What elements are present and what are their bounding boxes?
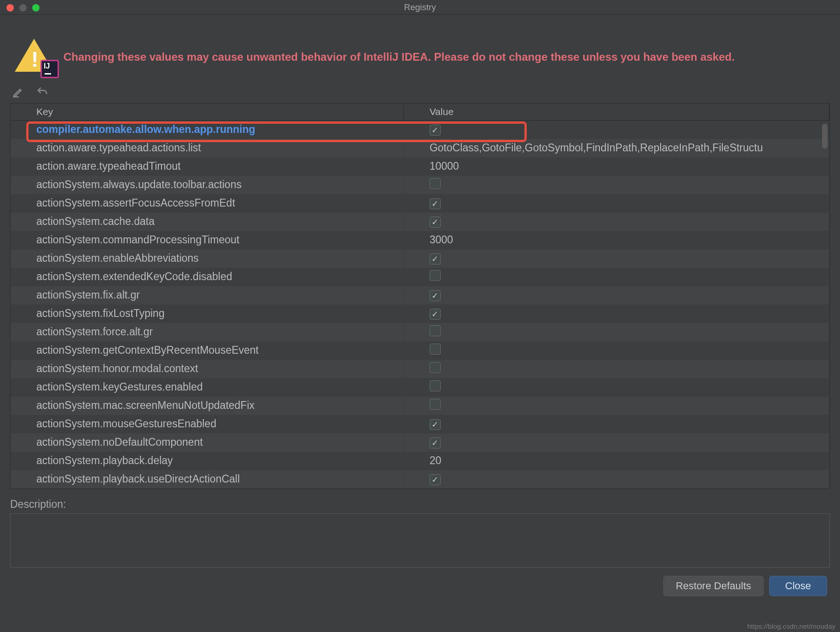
cell-value[interactable]	[403, 378, 829, 396]
table-row[interactable]: actionSystem.force.alt.gr	[11, 323, 829, 341]
table-row[interactable]: actionSystem.extendedKeyCode.disabled	[11, 268, 829, 286]
dialog-footer: Restore Defaults Close	[8, 568, 832, 598]
checkbox[interactable]	[430, 198, 441, 209]
cell-key: action.aware.typeahead.actions.list	[11, 139, 403, 157]
description-box[interactable]	[10, 513, 830, 568]
checkbox[interactable]	[430, 217, 441, 228]
minimize-window-icon[interactable]	[19, 4, 27, 11]
checkbox[interactable]	[430, 399, 441, 410]
restore-defaults-button[interactable]: Restore Defaults	[663, 576, 764, 596]
cell-key: action.aware.typeaheadTimout	[11, 157, 403, 176]
table-row[interactable]: actionSystem.commandProcessingTimeout300…	[11, 231, 829, 249]
cell-key: actionSystem.always.update.toolbar.actio…	[11, 176, 403, 194]
close-window-icon[interactable]	[6, 4, 14, 11]
checkbox[interactable]	[430, 474, 441, 485]
cell-value[interactable]	[403, 341, 829, 360]
table-row[interactable]: actionSystem.always.update.toolbar.actio…	[11, 176, 829, 194]
cell-value[interactable]	[403, 286, 829, 305]
cell-key: actionSystem.force.alt.gr	[11, 323, 403, 341]
window-title: Registry	[0, 2, 840, 12]
cell-value[interactable]	[403, 176, 829, 194]
cell-key: actionSystem.noDefaultComponent	[11, 433, 403, 452]
titlebar: Registry	[0, 0, 840, 15]
cell-key: actionSystem.assertFocusAccessFromEdt	[11, 194, 403, 213]
cell-value[interactable]: 3000	[403, 231, 829, 249]
cell-key: actionSystem.keyGestures.enabled	[11, 378, 403, 396]
cell-value[interactable]	[403, 194, 829, 213]
cell-key: actionSystem.mouseGesturesEnabled	[11, 415, 403, 433]
description-section: Description:	[10, 498, 832, 568]
checkbox[interactable]	[430, 178, 441, 189]
table-toolbar	[12, 86, 832, 98]
checkbox[interactable]	[430, 253, 441, 264]
table-row[interactable]: actionSystem.assertFocusAccessFromEdt	[11, 194, 829, 213]
table-row[interactable]: actionSystem.mouseGesturesEnabled	[11, 415, 829, 433]
cell-value[interactable]: GotoClass,GotoFile,GotoSymbol,FindInPath…	[403, 139, 829, 157]
cell-value[interactable]	[403, 249, 829, 268]
table-row[interactable]: compiler.automake.allow.when.app.running	[11, 121, 829, 139]
table-scrollbar[interactable]	[822, 124, 828, 149]
cell-value[interactable]	[403, 323, 829, 341]
cell-value[interactable]: 10000	[403, 157, 829, 176]
cell-key: actionSystem.cache.data	[11, 213, 403, 231]
revert-icon[interactable]	[36, 86, 49, 98]
cell-key: actionSystem.getContextByRecentMouseEven…	[11, 341, 403, 360]
table-row[interactable]: actionSystem.noDefaultComponent	[11, 433, 829, 452]
cell-key: actionSystem.enableAbbreviations	[11, 249, 403, 268]
table-row[interactable]: action.aware.typeahead.actions.listGotoC…	[11, 139, 829, 157]
cell-key: actionSystem.extendedKeyCode.disabled	[11, 268, 403, 286]
registry-table-wrap: Key Value compiler.automake.allow.when.a…	[10, 103, 830, 489]
cell-key: compiler.automake.allow.when.app.running	[11, 121, 403, 139]
cell-key: actionSystem.fix.alt.gr	[11, 286, 403, 305]
table-row[interactable]: actionSystem.cache.data	[11, 213, 829, 231]
warning-banner: ! IJ Changing these values may cause unw…	[15, 39, 832, 75]
checkbox[interactable]	[430, 309, 441, 320]
cell-key: actionSystem.commandProcessingTimeout	[11, 231, 403, 249]
cell-value[interactable]: 20	[403, 452, 829, 470]
table-row[interactable]: actionSystem.enableAbbreviations	[11, 249, 829, 268]
cell-value[interactable]	[403, 305, 829, 323]
col-value[interactable]: Value	[403, 103, 829, 121]
checkbox[interactable]	[430, 380, 441, 391]
cell-key: actionSystem.playback.delay	[11, 452, 403, 470]
table-row[interactable]: actionSystem.getContextByRecentMouseEven…	[11, 341, 829, 360]
checkbox[interactable]	[430, 270, 441, 281]
checkbox[interactable]	[430, 362, 441, 373]
checkbox[interactable]	[430, 344, 441, 355]
cell-value[interactable]	[403, 415, 829, 433]
checkbox[interactable]	[430, 437, 441, 448]
cell-key: actionSystem.fixLostTyping	[11, 305, 403, 323]
cell-key: actionSystem.mac.screenMenuNotUpdatedFix	[11, 396, 403, 415]
edit-icon[interactable]	[12, 86, 25, 98]
checkbox[interactable]	[430, 290, 441, 301]
checkbox[interactable]	[430, 325, 441, 336]
maximize-window-icon[interactable]	[32, 4, 40, 11]
table-row[interactable]: action.aware.typeaheadTimout10000	[11, 157, 829, 176]
cell-key: actionSystem.playback.useDirectActionCal…	[11, 470, 403, 488]
watermark: https://blog.csdn.net/mouday	[747, 622, 835, 630]
cell-value[interactable]	[403, 268, 829, 286]
col-key[interactable]: Key	[11, 103, 403, 121]
description-label: Description:	[10, 498, 832, 511]
close-button[interactable]: Close	[769, 576, 827, 596]
table-row[interactable]: actionSystem.fixLostTyping	[11, 305, 829, 323]
table-row[interactable]: actionSystem.playback.useDirectActionCal…	[11, 470, 829, 488]
cell-value[interactable]	[403, 213, 829, 231]
intellij-badge-icon: IJ	[40, 60, 59, 78]
table-row[interactable]: actionSystem.fix.alt.gr	[11, 286, 829, 305]
cell-value[interactable]	[403, 470, 829, 488]
cell-value[interactable]	[403, 396, 829, 415]
window-controls	[6, 4, 40, 11]
table-row[interactable]: actionSystem.playback.delay20	[11, 452, 829, 470]
cell-key: actionSystem.honor.modal.context	[11, 360, 403, 378]
table-row[interactable]: actionSystem.mac.screenMenuNotUpdatedFix	[11, 396, 829, 415]
cell-value[interactable]	[403, 121, 829, 139]
warning-icon: ! IJ	[15, 39, 56, 75]
table-row[interactable]: actionSystem.keyGestures.enabled	[11, 378, 829, 396]
checkbox[interactable]	[430, 125, 441, 136]
checkbox[interactable]	[430, 419, 441, 430]
table-row[interactable]: actionSystem.honor.modal.context	[11, 360, 829, 378]
cell-value[interactable]	[403, 360, 829, 378]
cell-value[interactable]	[403, 433, 829, 452]
warning-text: Changing these values may cause unwanted…	[63, 50, 735, 64]
